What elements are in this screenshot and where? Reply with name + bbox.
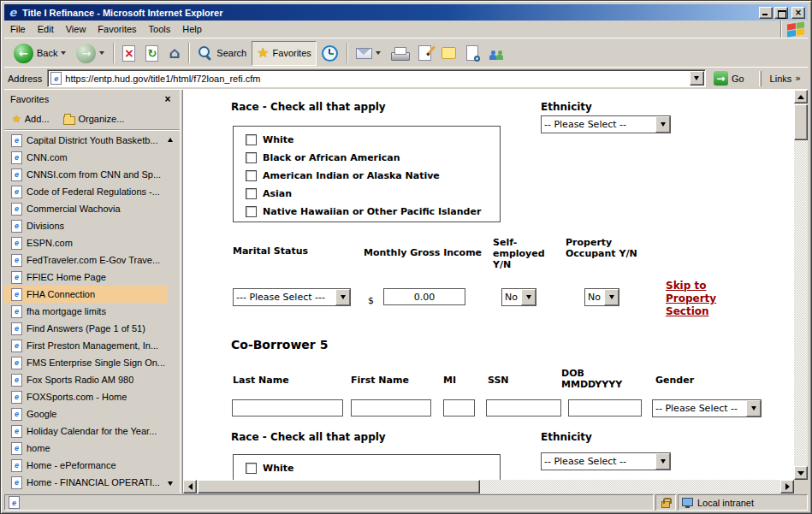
lock-icon	[661, 501, 670, 508]
self-employed-select-value: No	[502, 289, 521, 305]
favorites-item[interactable]: eFind Answers (Page 1 of 51)	[4, 320, 168, 337]
horizontal-scrollbar[interactable]	[183, 480, 794, 493]
favorites-item[interactable]: eCapital District Youth Basketb...	[4, 132, 168, 149]
favorites-item[interactable]: eHome - ePeformance	[4, 457, 168, 474]
go-button[interactable]: → Go	[711, 69, 750, 88]
scroll-down-button[interactable]	[794, 466, 808, 480]
history-button[interactable]	[317, 41, 343, 66]
skip-to-property-link[interactable]: Skip to Property Section	[666, 280, 722, 318]
favorites-item[interactable]: eDivisions	[4, 217, 168, 234]
favorites-scroll-up-button[interactable]	[164, 133, 176, 145]
scroll-left-button[interactable]	[183, 480, 197, 493]
edit-button[interactable]	[413, 41, 436, 66]
add-favorite-button[interactable]: ★ Add...	[12, 114, 50, 124]
links-chevron-icon[interactable]: »	[795, 73, 801, 84]
favorites-item[interactable]: efha mortgage limits	[4, 303, 168, 320]
favorites-item[interactable]: eFedTraveler.com E-Gov Trave...	[4, 251, 168, 269]
favorites-item[interactable]: eHome - FINANCIAL OPERATI...	[4, 474, 168, 491]
scroll-up-button[interactable]	[794, 90, 808, 103]
toolbar-separator	[347, 43, 347, 63]
ssn-input[interactable]	[486, 399, 561, 417]
favorites-item[interactable]: eESPN.com	[4, 234, 168, 251]
menu-edit[interactable]: Edit	[32, 24, 60, 34]
address-input[interactable]: e https://entp.hud.gov/title1/html/f72lo…	[47, 69, 706, 87]
menu-bar: File Edit View Favorites Tools Help	[4, 21, 808, 38]
dob-input[interactable]	[568, 399, 642, 417]
favorites-item[interactable]: eCode of Federal Regulations -...	[4, 183, 168, 200]
back-dropdown-arrow[interactable]	[61, 51, 66, 55]
vertical-scrollbar[interactable]	[794, 90, 808, 480]
maximize-button[interactable]	[774, 7, 788, 19]
scroll-right-button[interactable]	[780, 480, 794, 493]
close-button[interactable]: ×	[791, 7, 805, 19]
favorites-item[interactable]: eGoogle	[4, 405, 168, 422]
discuss-button[interactable]	[436, 41, 461, 66]
favorites-item[interactable]: eFOXSports.com - Home	[4, 388, 168, 405]
favorites-scroll-down-button[interactable]	[164, 477, 176, 489]
last-name-input[interactable]	[232, 399, 343, 417]
address-url[interactable]: https://entp.hud.gov/title1/html/f72loan…	[65, 74, 686, 84]
mail-dropdown-arrow[interactable]	[376, 51, 381, 55]
menu-view[interactable]: View	[60, 24, 92, 34]
dropdown-arrow-button[interactable]	[655, 116, 670, 133]
refresh-button[interactable]: ↻	[140, 41, 163, 66]
favorites-item[interactable]: eFFIEC Home Page	[4, 269, 168, 286]
title-bar[interactable]: e Title I Refinance - Microsoft Internet…	[4, 4, 808, 21]
favorites-item[interactable]: eCNN.com	[4, 149, 168, 166]
favorites-item[interactable]: eHoliday Calendar for the Year...	[4, 422, 168, 440]
race-checkbox-american-indian[interactable]	[246, 170, 257, 181]
race-checkbox-asian[interactable]	[246, 188, 257, 199]
minimize-button[interactable]	[759, 7, 773, 19]
menu-help[interactable]: Help	[176, 24, 208, 34]
gender-select[interactable]: -- Please Select --	[652, 399, 762, 417]
dropdown-arrow-button[interactable]	[655, 453, 670, 470]
messenger-button[interactable]	[483, 41, 511, 66]
ethnicity-select[interactable]: -- Please Select --	[541, 115, 671, 133]
favorites-item[interactable]: eFirst Preston Management, In...	[4, 337, 168, 354]
favorites-item[interactable]: eFMS Enterprise Single Sign On...	[4, 354, 168, 371]
favorites-button[interactable]: ★ Favorites	[252, 41, 317, 66]
links-bar[interactable]: Links »	[770, 73, 804, 84]
race-checkbox-pacific-islander[interactable]	[246, 206, 257, 217]
favorites-item[interactable]: eCommercial Wachovia	[4, 200, 168, 217]
favorites-item[interactable]: eFox Sports Radio AM 980	[4, 371, 168, 388]
favorites-item[interactable]: eCNNSI.com from CNN and Sp...	[4, 166, 168, 183]
stop-button[interactable]: ×	[117, 41, 140, 66]
vertical-scroll-thumb[interactable]	[794, 104, 808, 140]
self-employed-select[interactable]: No	[501, 288, 536, 306]
mi-input[interactable]	[443, 399, 475, 417]
toolbar: ← Back → × ↻ ⌂ Search ★ Favorites	[4, 39, 808, 68]
menu-tools[interactable]: Tools	[143, 24, 177, 34]
favorites-item-selected[interactable]: eFHA Connection	[4, 286, 168, 303]
address-dropdown-button[interactable]	[690, 71, 704, 86]
ethnicity-select-2[interactable]: -- Please Select --	[541, 452, 671, 470]
dropdown-arrow-button[interactable]	[521, 289, 536, 305]
monthly-income-input[interactable]	[383, 288, 465, 305]
forward-button[interactable]: →	[71, 41, 110, 66]
dropdown-arrow-button[interactable]	[335, 289, 350, 305]
favorites-close-icon[interactable]: ×	[162, 93, 174, 105]
race-checkbox-black[interactable]	[246, 152, 257, 163]
horizontal-scroll-thumb[interactable]	[198, 480, 480, 493]
print-button[interactable]	[386, 41, 413, 66]
mail-button[interactable]	[351, 41, 386, 66]
home-button[interactable]: ⌂	[163, 41, 185, 66]
ie-page-icon: e	[11, 374, 22, 387]
race-checkbox-white[interactable]	[246, 134, 257, 145]
dropdown-arrow-button[interactable]	[746, 400, 761, 417]
favorites-item-label: Home - ePeformance	[27, 460, 116, 470]
marital-status-select[interactable]: --- Please Select ---	[233, 288, 351, 306]
race-checkbox-white-2[interactable]	[246, 463, 257, 474]
menu-file[interactable]: File	[4, 24, 32, 34]
research-icon	[466, 45, 478, 61]
first-name-input[interactable]	[351, 399, 431, 417]
organize-favorites-button[interactable]: Organize...	[63, 114, 125, 125]
menu-favorites[interactable]: Favorites	[92, 24, 142, 34]
dropdown-arrow-button[interactable]	[604, 289, 619, 305]
favorites-item[interactable]: ehome	[4, 440, 168, 457]
search-button[interactable]: Search	[193, 41, 252, 66]
research-button[interactable]	[461, 41, 483, 66]
property-occupant-select[interactable]: No	[584, 288, 619, 306]
back-button[interactable]: ← Back	[9, 41, 71, 66]
forward-dropdown-arrow[interactable]	[99, 51, 104, 55]
